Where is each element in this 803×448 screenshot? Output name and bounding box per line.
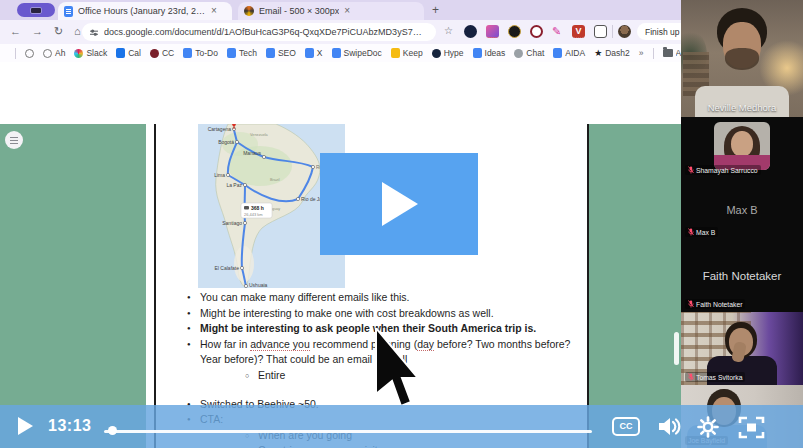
globe-icon	[43, 49, 52, 58]
participant-name-label: Shamayah Sarrucco	[685, 165, 761, 175]
divider	[612, 25, 613, 38]
svg-text:Brazil: Brazil	[270, 178, 280, 182]
folder-icon	[663, 49, 673, 57]
svg-text:Ushuaia: Ushuaia	[249, 282, 268, 288]
doc-icon	[332, 48, 341, 58]
home-icon[interactable]: ⌂	[74, 25, 81, 37]
star-icon: ★	[594, 49, 602, 58]
cc-icon	[150, 49, 159, 58]
globe-icon	[25, 49, 34, 58]
bookmark-item[interactable]: Keep	[391, 48, 423, 58]
browser-tab-strip: Office Hours (January 23rd, 2025) × Emai…	[0, 0, 681, 20]
bookmark-item[interactable]: X	[305, 48, 323, 58]
site-info-icon[interactable]	[90, 28, 98, 37]
car-icon	[244, 206, 249, 210]
page-border	[154, 124, 156, 448]
svg-text:Bogotá: Bogotá	[218, 139, 234, 145]
extension-icon-4[interactable]	[530, 25, 543, 38]
participant-name: Neville Medhora	[681, 102, 803, 113]
doc-icon	[305, 48, 314, 58]
forward-icon[interactable]: →	[32, 25, 43, 37]
bookmark-item[interactable]: Tech	[227, 48, 257, 58]
back-icon[interactable]: ←	[10, 25, 21, 37]
bookmark-item[interactable]: CC	[150, 48, 174, 58]
svg-text:Cartagena: Cartagena	[208, 126, 232, 132]
settings-gear-icon[interactable]	[697, 416, 719, 438]
v-extension-icon[interactable]: V	[572, 25, 585, 38]
bookmark-item[interactable]: To-Do	[183, 48, 218, 58]
divider	[653, 48, 654, 59]
participants-sidebar: Neville Medhora Shamayah Sarrucco Max B …	[681, 0, 803, 448]
google-docs-favicon	[64, 6, 73, 17]
scrollbar-thumb[interactable]	[674, 332, 679, 365]
avatar-art	[731, 131, 753, 157]
participant-tile-neville[interactable]: Neville Medhora	[681, 0, 803, 117]
captions-button[interactable]: CC	[612, 417, 640, 436]
bookmark-star-icon[interactable]: ☆	[444, 25, 453, 36]
url-text: docs.google.com/document/d/1AOfBuHcaG3P6…	[104, 27, 428, 37]
workspace-pill-button[interactable]	[17, 3, 55, 17]
svg-text:La Paz: La Paz	[226, 182, 242, 188]
participant-center-name: Faith Notetaker	[681, 270, 803, 282]
extensions-puzzle-icon[interactable]	[594, 25, 607, 38]
profile-avatar[interactable]	[618, 25, 631, 38]
bookmark-item[interactable]: Ah	[43, 48, 65, 58]
doc-icon	[227, 48, 236, 58]
bookmarks-bar: Ah Slack Cal CC To-Do Tech SEO X SwipeDo…	[0, 44, 681, 62]
progress-track[interactable]	[104, 430, 592, 433]
fullscreen-icon[interactable]	[738, 416, 765, 439]
participant-tile-faith[interactable]: Faith Notetaker Faith Notetaker	[681, 240, 803, 312]
play-button[interactable]	[18, 417, 33, 435]
video-play-overlay[interactable]	[320, 153, 478, 255]
new-tab-button[interactable]: +	[432, 3, 439, 17]
muted-mic-icon	[688, 228, 694, 236]
bookmark-item[interactable]: Chat	[514, 48, 544, 58]
extension-icon-1[interactable]	[464, 25, 477, 38]
bookmark-item[interactable]: Ideas	[473, 48, 506, 58]
close-tab-icon[interactable]: ×	[211, 6, 217, 16]
svg-text:Lima: Lima	[214, 172, 225, 178]
bookmark-item[interactable]: Hype	[432, 48, 464, 58]
bookmark-item[interactable]: AIDA	[553, 48, 585, 58]
bookmark-item[interactable]: Cal	[116, 48, 141, 58]
address-bar[interactable]: docs.google.com/document/d/1AOfBuHcaG3P6…	[82, 23, 436, 41]
svg-text:368 h: 368 h	[251, 205, 264, 211]
bookmark-item[interactable]: SEO	[266, 48, 296, 58]
bookmark-item[interactable]	[25, 49, 34, 58]
participant-center-name: Max B	[681, 204, 803, 216]
bird-icon	[432, 49, 441, 58]
pencil-extension-icon[interactable]: ✎	[552, 25, 561, 38]
tab-office-hours[interactable]: Office Hours (January 23rd, 2025) ×	[58, 2, 232, 20]
participant-tile-tomas[interactable]: Tomas Svitorka	[681, 312, 803, 385]
bookmarks-overflow-chevron[interactable]: »	[639, 48, 644, 58]
screen-share-icon	[30, 7, 42, 14]
progress-playhead[interactable]	[108, 426, 117, 435]
document-outline-button[interactable]	[5, 131, 23, 149]
tab-email[interactable]: Email - 500 × 300px ×	[238, 2, 424, 20]
docs-header: Office Hours (January 23rd, 2025) ☆ File…	[0, 62, 681, 96]
docs-toolbar: ↶ ↷ A✓ 100% ▾ Normal text ▾ Public ... ▾…	[0, 96, 681, 124]
doc-icon	[473, 48, 482, 58]
reload-icon[interactable]: ↻	[54, 25, 63, 38]
doc-bullet: You can make many different emails like …	[186, 290, 578, 306]
route-info-box: 368 h 26,443 km	[241, 203, 272, 218]
keep-icon	[391, 48, 400, 58]
gear-icon	[514, 49, 523, 58]
muted-mic-icon	[688, 166, 694, 174]
close-tab-icon[interactable]: ×	[344, 6, 350, 16]
extension-icon-3[interactable]	[508, 25, 521, 38]
avatar	[714, 122, 770, 170]
document-page[interactable]: Cartagena Bogotá Manaus Lima La Paz Reci…	[146, 124, 589, 448]
participant-tile-shamayah[interactable]: Shamayah Sarrucco	[681, 117, 803, 178]
bookmark-item[interactable]: SwipeDoc	[332, 48, 382, 58]
bookmark-item[interactable]: ★Dash2	[594, 48, 630, 58]
bookmark-item[interactable]: Slack	[74, 48, 107, 58]
video-main-area[interactable]: Office Hours (January 23rd, 2025) × Emai…	[0, 0, 681, 448]
extension-icon-2[interactable]	[486, 25, 499, 38]
document-canvas: Cartagena Bogotá Manaus Lima La Paz Reci…	[0, 124, 681, 448]
svg-text:Venezuela: Venezuela	[250, 133, 269, 137]
volume-icon[interactable]	[658, 416, 682, 437]
participant-tile-maxb[interactable]: Max B Max B	[681, 178, 803, 240]
browser-nav-bar: ← → ↻ ⌂ docs.google.com/document/d/1AOfB…	[0, 20, 681, 44]
muted-mic-icon	[688, 373, 694, 381]
